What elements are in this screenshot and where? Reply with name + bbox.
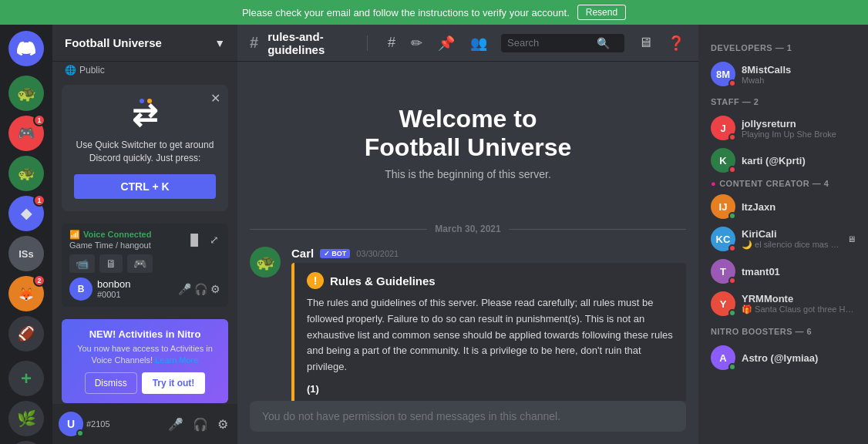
content-creator-dot: ● [711, 179, 716, 188]
voice-header: 📶 Voice Connected Game Time / hangout ▐▌… [69, 230, 220, 250]
message-block: 🐢 Carl ✓ BOT 03/30/2021 ! R [250, 247, 686, 401]
download-button[interactable]: ⬇ [8, 441, 44, 444]
voice-bars-button[interactable]: ▐▌ [185, 232, 204, 247]
user-status-dot [76, 429, 84, 437]
inbox-icon-button[interactable]: 🖥 [637, 33, 654, 52]
message-content: Carl ✓ BOT 03/30/2021 ! Rules & Guidelin… [291, 247, 686, 401]
user-tag: #2105 [86, 419, 162, 429]
member-name-astro: Astro (@lymiaa) [742, 352, 856, 364]
members-icon-button[interactable]: 👥 [469, 33, 489, 53]
threads-icon-button[interactable]: # [386, 33, 397, 52]
input-area: You do not have permission to send messa… [237, 401, 698, 444]
message-header: Carl ✓ BOT 03/30/2021 [291, 247, 686, 260]
member-avatar-jollysreturn: J [711, 116, 735, 140]
server-dropdown-icon: ▼ [214, 37, 225, 49]
server-icon-helmet[interactable]: 🏈 [8, 316, 44, 352]
bot-label: BOT [331, 250, 346, 257]
rules-body-paragraph-1: The rules and guidelines of this server.… [307, 295, 674, 375]
member-info-tmant01: tmant01 [742, 266, 856, 278]
iss-label: ISs [19, 248, 34, 260]
member-avatar-ItzJaxn: IJ [711, 194, 735, 219]
server-icon-orange[interactable]: 🦊 2 [8, 276, 44, 311]
camera-button[interactable]: 📹 [69, 254, 95, 273]
member-avatar-astro: A [711, 345, 735, 370]
member-avatar-karti: K [711, 148, 735, 173]
member-activity-jollysreturn: Playing Im Up She Broke [742, 130, 856, 139]
kiri-activity-text: el silencio dice mas que... [755, 240, 841, 249]
server-icon-green[interactable]: 🐢 [8, 156, 44, 191]
welcome-subtitle: This is the beginning of this server. [265, 168, 671, 180]
dismiss-button[interactable]: Dismiss [85, 372, 137, 394]
member-info-ItzJaxn: ItzJaxn [742, 201, 856, 213]
nitro-title: NEW! Activities in Nitro [71, 328, 219, 340]
voice-user-controls: 🎤 🎧 ⚙ [178, 283, 220, 295]
bonbon-name: bonbon [97, 278, 130, 290]
channel-name-header: rules-and-guidelines [267, 30, 358, 56]
member-info-8mistcalls: 8MistCalls Mwah [742, 64, 856, 85]
add-server-button[interactable]: + [8, 361, 44, 396]
voice-controls: ▐▌ ⤢ [185, 232, 220, 247]
help-icon-button[interactable]: ❓ [666, 33, 686, 53]
server-icon-football-universe[interactable]: 🐢 [8, 76, 44, 111]
learn-more-link[interactable]: Learn More [155, 355, 198, 365]
search-submit-button[interactable]: 🔍 [597, 37, 610, 49]
member-KiriCali[interactable]: KC KiriCali 🌙 el silencio dice mas que..… [705, 224, 862, 254]
activity-button[interactable]: 🎮 [127, 254, 153, 273]
slash-icon-button[interactable]: 🎤 [165, 415, 187, 433]
status-dot-ItzJaxn [728, 212, 736, 220]
member-name-tmant01: tmant01 [742, 266, 856, 278]
nitro-description: You now have access to Activities in Voi… [71, 343, 219, 367]
user-settings-button[interactable]: ⚙ [214, 415, 231, 433]
message-author: Carl [291, 247, 314, 260]
voice-icons-row: 📹 🖥 🎮 [69, 254, 220, 273]
member-8mistcalls[interactable]: 8M 8MistCalls Mwah [705, 59, 862, 89]
status-dot-KiriCali [728, 244, 736, 252]
status-dot-YRMMonte [728, 309, 736, 317]
server-icon-discord-home[interactable] [8, 31, 44, 66]
edit-icon-button[interactable]: ✏ [409, 33, 424, 53]
dot-yellow [147, 99, 152, 103]
user-controls: 🎤 🎧 ⚙ [165, 415, 231, 433]
message-input-box: You do not have permission to send messa… [250, 401, 686, 432]
explore-servers-button[interactable]: 🌿 [8, 401, 44, 436]
member-activity-8mistcalls: Mwah [742, 76, 856, 85]
status-dot-tmant01 [728, 277, 736, 284]
server-icon-blue[interactable]: ◆ 1 [8, 196, 44, 231]
channel-sidebar: Football Universe ▼ 🌐 Public ✕ ⇄ Use Qui… [52, 25, 237, 444]
settings-button[interactable]: ⚙ [210, 283, 220, 295]
server-header[interactable]: Football Universe ▼ [52, 25, 237, 62]
member-avatar-8mistcalls: 8M [711, 62, 735, 86]
pin-icon-button[interactable]: 📌 [436, 33, 456, 53]
tryit-button[interactable]: Try it out! [142, 372, 206, 394]
bonbon-tag: #0001 [97, 290, 130, 299]
search-input[interactable] [507, 37, 592, 49]
member-jollysreturn[interactable]: J jollysreturn Playing Im Up She Broke [705, 113, 862, 143]
category-nitro-boosters: NITRO BOOSTERS — 6 [705, 321, 862, 339]
mute-button[interactable]: 🎤 [178, 283, 191, 295]
member-ItzJaxn[interactable]: IJ ItzJaxn [705, 191, 862, 222]
server-icon-red[interactable]: 🎮 1 [8, 116, 44, 151]
server-icon-iss[interactable]: ISs [8, 236, 44, 271]
channel-hash-icon: # [250, 34, 258, 52]
screen-share-button[interactable]: 🖥 [99, 254, 123, 273]
resend-button[interactable]: Resend [577, 5, 626, 20]
quick-switcher-popup: ✕ ⇄ Use Quick Switcher to get around Dis… [62, 85, 228, 211]
deafen-button[interactable]: 🎧 [190, 415, 211, 433]
kiri-emoji: 🌙 [742, 240, 752, 249]
member-YRMMonte[interactable]: Y YRMMonte 🎁 Santa Claus got three Hos..… [705, 288, 862, 319]
verification-banner: Please check your email and follow the i… [0, 0, 868, 25]
server-badge-blue: 1 [33, 194, 45, 207]
status-dot-karti [728, 166, 736, 173]
voice-expand-button[interactable]: ⤢ [208, 232, 220, 247]
message-area[interactable]: Welcome toFootball Universe This is the … [237, 62, 698, 401]
member-name-karti: karti (@Kprti) [742, 155, 856, 166]
member-karti[interactable]: K karti (@Kprti) [705, 145, 862, 176]
quick-switcher-shortcut-button[interactable]: CTRL + K [74, 174, 216, 199]
headphones-button[interactable]: 🎧 [194, 283, 207, 295]
status-dot-jollysreturn [728, 133, 736, 141]
member-info-astro: Astro (@lymiaa) [742, 352, 856, 364]
quick-switcher-description: Use Quick Switcher to get around Discord… [74, 139, 216, 165]
member-tmant01[interactable]: T tmant01 [705, 256, 862, 287]
checkmark-icon: ✓ [324, 250, 330, 257]
member-astro[interactable]: A Astro (@lymiaa) [705, 342, 862, 373]
